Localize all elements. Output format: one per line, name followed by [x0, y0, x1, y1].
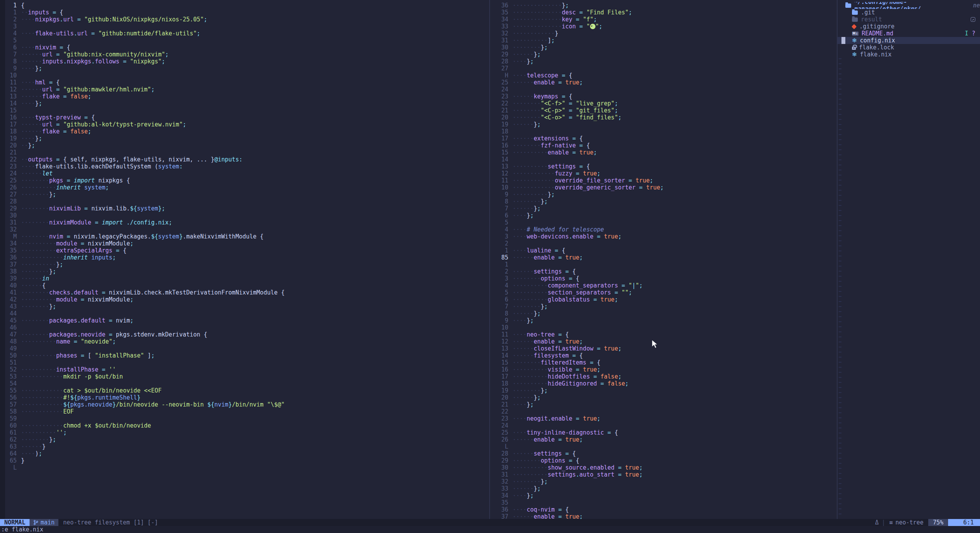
code-line[interactable]: 62········};	[5, 436, 489, 443]
code-line[interactable]: 7········};	[494, 303, 837, 310]
code-line[interactable]: 21	[5, 149, 489, 156]
code-line[interactable]: 8······inputs.nixpkgs.follows = "nixpkgs…	[5, 58, 489, 65]
code-line[interactable]: 13··········settings = {	[494, 163, 837, 170]
code-line[interactable]: 13······flake = false;	[5, 93, 489, 100]
neo-tree-panel[interactable]: ~/.config/home-manager/other/pkgs/ne.git…	[838, 2, 980, 519]
code-line[interactable]: 37··········};	[5, 261, 489, 268]
code-line[interactable]: 22··outputs = { self, nixpkgs, flake-uti…	[5, 156, 489, 163]
code-line[interactable]: 31··········];	[494, 37, 837, 44]
window-separator[interactable]	[489, 0, 490, 519]
code-line[interactable]: 16········fzf-native = {	[494, 142, 837, 149]
code-line[interactable]: 49	[5, 345, 489, 352]
code-line[interactable]: 58············EOF	[5, 408, 489, 415]
code-line[interactable]: 51	[5, 359, 489, 366]
code-line[interactable]: 25········pkgs = import nixpkgs {	[5, 177, 489, 184]
tree-item-flake-nix[interactable]: ❄flake.nix	[838, 51, 980, 58]
code-line[interactable]: 5	[5, 37, 489, 44]
code-line[interactable]: 25····tiny-inline-diagnostic = {	[494, 429, 837, 436]
code-line[interactable]: 8······};	[494, 310, 837, 317]
code-line[interactable]: 23····flake-utils.lib.eachDefaultSystem …	[5, 163, 489, 170]
code-line[interactable]: 52··········installPhase = ''	[5, 366, 489, 373]
code-line[interactable]: 23······keymaps = {	[494, 93, 837, 100]
code-line[interactable]: 2	[494, 240, 837, 247]
code-line[interactable]: 60············chmod +x $out/bin/neovide	[5, 422, 489, 429]
code-line[interactable]: 14······filesystem = {	[494, 352, 837, 359]
code-line[interactable]: 25······enable = true;	[494, 79, 837, 86]
code-line[interactable]: 21········"<C-p>" = "git_files";	[494, 107, 837, 114]
tree-item-readme-md[interactable]: M↓README.mdI?	[838, 30, 980, 37]
code-line[interactable]: 11····neo-tree = {	[494, 331, 837, 338]
code-line[interactable]: 32········};	[494, 478, 837, 485]
code-line[interactable]: 3········options = {	[494, 275, 837, 282]
code-line[interactable]: 57············${pkgs.neovide}/bin/neovid…	[5, 401, 489, 408]
code-line[interactable]: 19······};	[494, 121, 837, 128]
code-line[interactable]: 3····web-devicons.enable = true;	[494, 233, 837, 240]
code-line[interactable]: 4··········component_separators = "|";	[494, 282, 837, 289]
code-line[interactable]: 29········options = {	[494, 457, 837, 464]
code-line[interactable]: 29········nixvimLib = nixvim.lib.${syste…	[5, 205, 489, 212]
code-line[interactable]: 63······}	[5, 443, 489, 450]
code-line[interactable]: 32············}	[494, 30, 837, 37]
code-line[interactable]: 29······};	[494, 51, 837, 58]
code-line[interactable]: 35··········extraSpecialArgs = {	[5, 247, 489, 254]
code-line[interactable]: 39······in	[5, 275, 489, 282]
code-line[interactable]: 45········packages.default = nvim;	[5, 317, 489, 324]
code-line[interactable]: 21····};	[494, 401, 837, 408]
code-line[interactable]: 64····);	[5, 450, 489, 457]
code-line[interactable]: 2······settings = {	[494, 268, 837, 275]
code-line[interactable]: 36····coq-nvim = {	[494, 506, 837, 513]
code-line[interactable]: 28	[5, 198, 489, 205]
code-line[interactable]: 10	[5, 72, 489, 79]
code-line[interactable]: 41········checks.default = nixvimLib.che…	[5, 289, 489, 296]
code-line[interactable]: L	[494, 443, 837, 450]
code-line[interactable]: 11············override_file_sorter = tru…	[494, 177, 837, 184]
code-line[interactable]: 23····neogit.enable = true;	[494, 415, 837, 422]
code-line[interactable]: 18	[494, 128, 837, 135]
code-line[interactable]: 15	[5, 107, 489, 114]
code-line[interactable]: 20········"<C-o>" = "find_files";	[494, 114, 837, 121]
code-line[interactable]: 36············inherit inputs;	[5, 254, 489, 261]
editor-pane-flake-nix[interactable]: 1{1··inputs = {2····nixpkgs.url = "githu…	[5, 2, 489, 519]
code-line[interactable]: 10············override_generic_sorter = …	[494, 184, 837, 191]
code-line[interactable]: 26······enable = true;	[494, 436, 837, 443]
code-line[interactable]: 9··········};	[494, 191, 837, 198]
code-line[interactable]: 50··········phases = [ "installPhase" ];	[5, 352, 489, 359]
command-line[interactable]: :e flake.nix	[0, 526, 980, 533]
tree-item-result[interactable]: result↗	[838, 16, 980, 23]
code-line[interactable]: L	[5, 464, 489, 471]
code-line[interactable]: 9····};	[494, 317, 837, 324]
code-line[interactable]: 55············cat > $out/bin/neovide <<E…	[5, 387, 489, 394]
code-line[interactable]: 35··············desc = "Find Files";	[494, 9, 837, 16]
tree-item--gitignore[interactable]: .gitignore	[838, 23, 980, 30]
code-line[interactable]: 15········filteredItems = {	[494, 359, 837, 366]
code-line[interactable]: 1	[494, 261, 837, 268]
code-line[interactable]: 4····flake-utils.url = "github:numtide/f…	[5, 30, 489, 37]
code-line[interactable]: 34··········module = nixvimModule;	[5, 240, 489, 247]
code-line[interactable]: 18······flake = false;	[5, 128, 489, 135]
code-line[interactable]: 3	[5, 23, 489, 30]
code-line[interactable]: 19····};	[5, 135, 489, 142]
code-line[interactable]: 17······url = "github:al-kot/typst-previ…	[5, 121, 489, 128]
editor-pane-config-nix[interactable]: 36··············};35··············desc =…	[494, 2, 837, 519]
code-line[interactable]: 26··········inherit system;	[5, 184, 489, 191]
code-line[interactable]: 42··········module = nixvimModule;	[5, 296, 489, 303]
code-line[interactable]: 5	[494, 219, 837, 226]
code-line[interactable]: 12············fuzzy = true;	[494, 170, 837, 177]
code-line[interactable]: 44	[5, 310, 489, 317]
code-line[interactable]: 65}	[5, 457, 489, 464]
code-line[interactable]: 8········};	[494, 198, 837, 205]
code-line[interactable]: 59	[5, 415, 489, 422]
code-line[interactable]: 30··········show_source.enabled = true;	[494, 464, 837, 471]
code-line[interactable]: 16··········visible = true;	[494, 366, 837, 373]
code-line[interactable]: 53············mkdir -p $out/bin	[5, 373, 489, 380]
code-line[interactable]: 6····nixvim = {	[5, 44, 489, 51]
code-line[interactable]: 14····};	[5, 100, 489, 107]
code-line[interactable]: 12······url = "github:mawkler/hml.nvim";	[5, 86, 489, 93]
code-line[interactable]: 16····typst-preview = {	[5, 114, 489, 121]
code-line[interactable]: 1····lualine = {	[494, 247, 837, 254]
code-line[interactable]: 1··inputs = {	[5, 9, 489, 16]
code-line[interactable]: 12······enable = true;	[494, 338, 837, 345]
code-line[interactable]: 48··········name = "neovide";	[5, 338, 489, 345]
code-line[interactable]: 10	[494, 324, 837, 331]
code-line[interactable]: 27········};	[5, 191, 489, 198]
